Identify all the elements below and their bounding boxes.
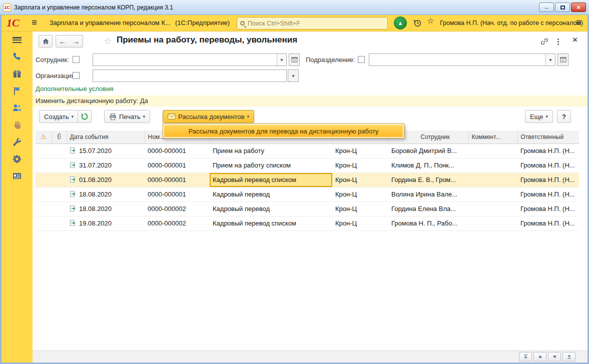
table-row[interactable]: 15.07.2020 0000-000001Прием на работуКро… bbox=[36, 144, 579, 158]
menu-item-mailing-remote-work[interactable]: Рассылка документов для перевода на дист… bbox=[164, 125, 403, 137]
organization-field[interactable] bbox=[93, 70, 287, 82]
filter-row-organization: Организация: ▾ bbox=[33, 70, 587, 82]
gift-icon bbox=[12, 69, 22, 79]
scroll-bottom-button[interactable] bbox=[562, 352, 575, 362]
chevron-down-icon: ▾ bbox=[71, 114, 74, 119]
chevron-down-icon[interactable]: ▾ bbox=[545, 54, 555, 66]
window-titlebar[interactable]: 1С Зарплата и управление персоналом КОРП… bbox=[0, 0, 589, 15]
refresh-button[interactable] bbox=[78, 110, 92, 123]
phone-icon bbox=[12, 52, 22, 62]
badge-icon bbox=[12, 171, 22, 181]
search-input[interactable] bbox=[248, 20, 384, 27]
chevron-down-icon: ▾ bbox=[545, 114, 548, 119]
department-field[interactable]: ▾ bbox=[369, 54, 555, 66]
col-header-responsible[interactable]: Ответственный bbox=[517, 130, 579, 144]
document-list: ⚠ Дата события Ном... Сотрудник Коммент.… bbox=[36, 130, 579, 350]
more-button[interactable]: Еще▾ bbox=[525, 110, 553, 123]
hand-icon bbox=[12, 120, 22, 130]
mailing-dropdown-menu: Рассылка документов для перевода на дист… bbox=[163, 124, 404, 138]
main-content: ← → ☆ Приемы на работу, переводы, увольн… bbox=[33, 32, 587, 362]
app-window: 1С Зарплата и управление персоналом КОРП… bbox=[0, 0, 589, 364]
minimize-icon: – bbox=[545, 4, 548, 10]
favorites-button[interactable]: ☆ bbox=[427, 16, 434, 26]
department-checkbox[interactable] bbox=[358, 56, 365, 63]
favorite-page-button[interactable]: ☆ bbox=[104, 36, 112, 46]
arrow-bottom-icon bbox=[566, 354, 572, 360]
organization-dropdown-button[interactable]: ▾ bbox=[288, 70, 299, 82]
window-title: Зарплата и управление персоналом КОРП, р… bbox=[14, 4, 539, 11]
document-icon bbox=[70, 205, 76, 212]
mailing-button[interactable]: Рассылка документов▾ bbox=[163, 110, 254, 123]
sidebar-item-gift[interactable] bbox=[2, 66, 33, 82]
forward-button[interactable]: → bbox=[69, 35, 83, 48]
employee-checkbox[interactable] bbox=[73, 56, 80, 63]
sidebar-item-badge[interactable] bbox=[2, 168, 33, 184]
sidebar-item-menu[interactable] bbox=[2, 32, 33, 48]
arrow-up-icon bbox=[537, 354, 543, 360]
platform-label: (1С:Предприятие) bbox=[175, 15, 230, 31]
table-row[interactable]: 18.08.2020 0000-000001Кадровый переводКр… bbox=[36, 187, 579, 202]
employee-field[interactable]: ▾ bbox=[93, 54, 287, 66]
warning-icon: ⚠ bbox=[41, 133, 47, 140]
form-icon bbox=[560, 56, 566, 63]
service-button[interactable]: ▲ bbox=[394, 16, 407, 30]
envelope-icon bbox=[168, 114, 176, 120]
refresh-icon bbox=[81, 112, 89, 120]
sidebar-item-wrench[interactable] bbox=[2, 134, 33, 150]
sidebar-item-hand[interactable] bbox=[2, 116, 33, 134]
table-row-selected[interactable]: 01.08.2020 0000-000001Кадровый перевод с… bbox=[36, 172, 579, 187]
chevron-down-icon: ▾ bbox=[292, 73, 294, 78]
scroll-top-button[interactable] bbox=[519, 352, 532, 362]
status-bar bbox=[33, 350, 587, 362]
application-title: Зарплата и управление персоналом К... bbox=[50, 15, 171, 31]
additional-conditions-link[interactable]: Дополнительные условия bbox=[36, 85, 114, 92]
sidebar-item-flag[interactable] bbox=[2, 82, 33, 100]
col-header-date[interactable]: Дата события bbox=[67, 130, 145, 144]
get-link-button[interactable] bbox=[540, 37, 549, 48]
wrench-icon bbox=[12, 137, 22, 147]
table-row[interactable]: 18.08.2020 0000-000002Кадровый переводКр… bbox=[36, 202, 579, 216]
close-page-button[interactable]: × bbox=[572, 35, 577, 45]
main-menu-button[interactable]: ≡ bbox=[32, 17, 37, 28]
history-button[interactable] bbox=[413, 18, 422, 29]
create-button[interactable]: Создать▾ bbox=[39, 110, 79, 123]
sidebar-item-phone[interactable] bbox=[2, 48, 33, 66]
close-window-button[interactable]: × bbox=[571, 2, 586, 12]
current-user[interactable]: Громова Н.П. (Нач. отд. по работе с перс… bbox=[440, 15, 583, 31]
table-row[interactable]: 19.08.2020 0000-000002Кадровый перевод с… bbox=[36, 216, 579, 230]
employee-choose-button[interactable] bbox=[289, 54, 300, 66]
maximize-button[interactable] bbox=[555, 2, 570, 12]
condition-text: Изменить дистанционную работу: Да bbox=[36, 97, 148, 104]
document-icon bbox=[70, 162, 76, 168]
col-header-comment[interactable]: Коммент... bbox=[468, 130, 517, 144]
sidebar-item-gear[interactable] bbox=[2, 150, 33, 168]
functions-menu-button[interactable]: ≡ bbox=[576, 17, 581, 28]
scroll-down-button[interactable] bbox=[548, 352, 561, 362]
back-icon: ← bbox=[59, 37, 67, 46]
maximize-icon bbox=[560, 6, 565, 10]
history-icon bbox=[413, 18, 422, 28]
home-button[interactable] bbox=[39, 35, 53, 48]
sections-panel bbox=[2, 32, 33, 362]
help-button[interactable]: ? bbox=[557, 110, 571, 123]
sidebar-item-people[interactable] bbox=[2, 100, 33, 116]
scroll-up-button[interactable] bbox=[533, 352, 546, 362]
more-options-button[interactable] bbox=[557, 38, 559, 45]
minimize-button[interactable]: – bbox=[539, 2, 554, 12]
table-row[interactable]: 31.07.2020 0000-000001Прием на работу сп… bbox=[36, 158, 579, 172]
print-button[interactable]: Печать▾ bbox=[104, 110, 150, 123]
back-button[interactable]: ← bbox=[56, 35, 70, 48]
document-icon bbox=[70, 147, 76, 154]
paperclip-icon bbox=[56, 132, 62, 140]
global-search[interactable] bbox=[237, 17, 388, 30]
star-icon: ☆ bbox=[427, 16, 434, 25]
document-icon bbox=[70, 190, 76, 198]
close-icon: × bbox=[576, 4, 580, 11]
department-choose-button[interactable] bbox=[557, 54, 568, 66]
arrow-down-icon bbox=[552, 354, 557, 360]
home-icon bbox=[42, 38, 50, 45]
organization-checkbox[interactable] bbox=[73, 72, 80, 79]
gear-icon bbox=[12, 154, 22, 164]
chevron-down-icon[interactable]: ▾ bbox=[277, 54, 286, 66]
chevron-down-icon: ▾ bbox=[247, 114, 250, 119]
